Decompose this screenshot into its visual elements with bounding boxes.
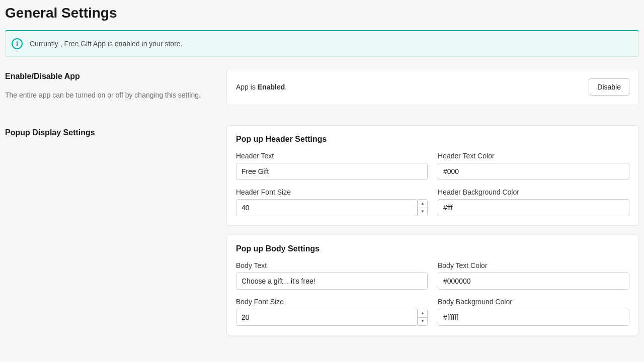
- header-font-size-up[interactable]: ▲: [418, 200, 427, 208]
- info-banner: i Curruntly , Free Gift App is enabled i…: [5, 30, 639, 57]
- header-font-size-label: Header Font Size: [236, 188, 428, 196]
- app-status: App is Enabled.: [236, 83, 287, 91]
- body-settings-card: Pop up Body Settings Body Text Body Text…: [226, 235, 639, 335]
- body-font-size-down[interactable]: ▼: [418, 318, 427, 326]
- header-settings-title: Pop up Header Settings: [236, 135, 629, 144]
- enable-heading: Enable/Disable App: [5, 72, 216, 81]
- body-font-size-label: Body Font Size: [236, 298, 428, 306]
- header-text-input[interactable]: [236, 163, 428, 180]
- info-icon: i: [12, 38, 23, 49]
- enable-description: The entire app can be turned on or off b…: [5, 91, 216, 99]
- body-text-color-input[interactable]: [438, 273, 629, 290]
- body-bg-color-label: Body Background Color: [438, 298, 629, 306]
- enable-card: App is Enabled. Disable: [226, 69, 639, 105]
- header-text-color-label: Header Text Color: [438, 152, 629, 160]
- body-font-size-input[interactable]: [236, 309, 418, 326]
- body-settings-title: Pop up Body Settings: [236, 244, 629, 253]
- header-text-label: Header Text: [236, 152, 428, 160]
- body-bg-color-input[interactable]: [438, 309, 629, 326]
- header-font-size-down[interactable]: ▼: [418, 208, 427, 216]
- section-enable: Enable/Disable App The entire app can be…: [5, 69, 639, 114]
- popup-heading: Popup Display Settings: [5, 128, 216, 137]
- body-font-size-up[interactable]: ▲: [418, 309, 427, 318]
- header-bg-color-input[interactable]: [438, 199, 629, 216]
- body-text-label: Body Text: [236, 261, 428, 269]
- page-title: General Settings: [5, 5, 639, 21]
- header-settings-card: Pop up Header Settings Header Text Heade…: [226, 125, 639, 226]
- body-text-color-label: Body Text Color: [438, 261, 629, 269]
- disable-button[interactable]: Disable: [589, 78, 629, 96]
- header-bg-color-label: Header Background Color: [438, 188, 629, 196]
- header-font-size-input[interactable]: [236, 199, 418, 216]
- banner-text: Curruntly , Free Gift App is enabled in …: [30, 40, 182, 48]
- section-popup: Popup Display Settings Pop up Header Set…: [5, 125, 639, 344]
- header-text-color-input[interactable]: [438, 163, 629, 180]
- body-text-input[interactable]: [236, 273, 428, 290]
